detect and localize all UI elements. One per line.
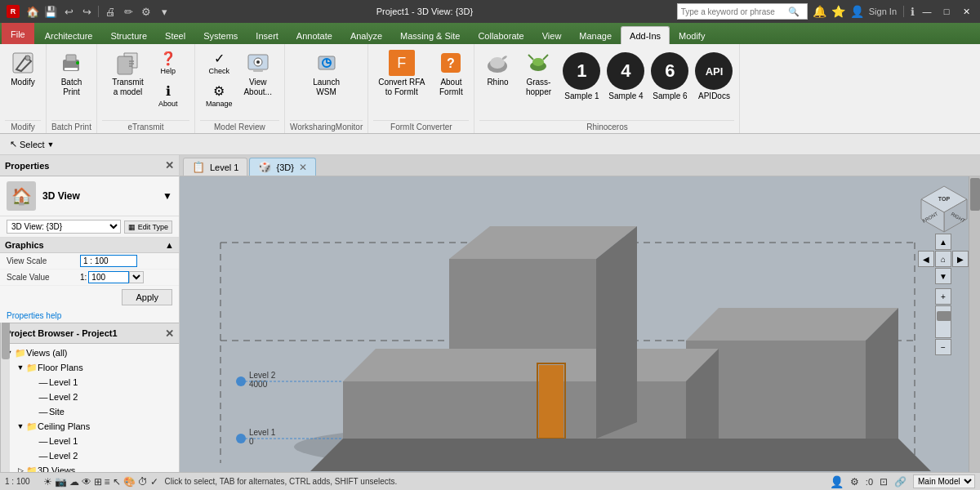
star-icon[interactable]: ⭐	[831, 5, 845, 18]
about-formit-btn[interactable]: ? AboutFormIt	[433, 47, 469, 113]
info-icon[interactable]: ℹ	[911, 6, 915, 18]
nav-home-btn[interactable]: ⌂	[935, 251, 951, 267]
qat-undo[interactable]: ↩	[60, 4, 77, 19]
close-btn[interactable]: ✕	[959, 4, 973, 19]
clock-icon[interactable]: ⏱	[138, 476, 148, 488]
tab-modify[interactable]: Modify	[670, 26, 714, 44]
select-btn[interactable]: ↖ Select ▼	[5, 137, 60, 151]
nav-cube[interactable]: TOP RIGHT FRONT	[920, 185, 969, 234]
tree-level2-cp[interactable]: — Level 2	[0, 448, 179, 463]
floor-plans-expand[interactable]: ▼	[15, 362, 26, 373]
tree-ceiling-plans[interactable]: ▼ 📁 Ceiling Plans	[0, 419, 179, 434]
qat-home[interactable]: 🏠	[24, 4, 41, 19]
tab-level1[interactable]: 📋 Level 1	[183, 158, 247, 176]
tab-3d[interactable]: 🎲 {3D} ✕	[249, 158, 315, 176]
qat-redo[interactable]: ↪	[78, 4, 95, 19]
tree-level1-fp[interactable]: — Level 1	[0, 375, 179, 390]
maximize-btn[interactable]: □	[939, 4, 954, 19]
tree-views-all[interactable]: ▼ 📁 Views (all)	[0, 345, 179, 360]
tree-scrollbar[interactable]	[0, 323, 10, 472]
help-btn[interactable]: ❓ Help	[152, 47, 185, 78]
tree-floor-plans[interactable]: ▼ 📁 Floor Plans	[0, 360, 179, 375]
edit-type-btn[interactable]: ▦ Edit Type	[124, 220, 172, 234]
sample4-btn[interactable]: 4 Sample 4	[605, 51, 646, 103]
qat-save[interactable]: 💾	[42, 4, 59, 19]
cloud-icon[interactable]: ☁	[69, 476, 79, 488]
view-scale-input[interactable]	[80, 255, 137, 267]
apidocs-circle[interactable]: API	[695, 52, 733, 90]
nav-right-btn[interactable]: ▶	[952, 251, 969, 267]
ceiling-plans-expand[interactable]: ▼	[15, 421, 26, 432]
main-model-dropdown[interactable]: Main Model	[913, 474, 975, 488]
rhino-btn[interactable]: Rhino	[479, 47, 515, 113]
3d-views-expand[interactable]: ▷	[15, 465, 26, 472]
transmit-model-btn[interactable]: Transmita model	[107, 47, 149, 113]
nav-zoom-out-btn[interactable]: −	[935, 339, 951, 355]
sun-icon[interactable]: ☀	[43, 476, 52, 488]
select-dropdown-icon[interactable]: ▼	[47, 140, 55, 149]
paint-icon[interactable]: 🎨	[123, 476, 136, 488]
tab-massing[interactable]: Massing & Site	[391, 26, 469, 44]
check-status-icon[interactable]: ✓	[150, 476, 158, 488]
properties-close[interactable]: ✕	[165, 159, 174, 172]
scale-dropdown[interactable]	[129, 271, 144, 283]
qat-settings[interactable]: ⚙	[138, 4, 154, 19]
launch-wsm-btn[interactable]: LaunchWSM	[308, 47, 345, 113]
tab-insert[interactable]: Insert	[247, 26, 287, 44]
grid-icon[interactable]: ⊞	[94, 476, 102, 488]
tree-scroll-thumb[interactable]	[2, 323, 10, 359]
sample6-btn[interactable]: 6 Sample 6	[649, 51, 690, 103]
nav-left-btn[interactable]: ◀	[918, 251, 934, 267]
user-icon[interactable]: 👤	[850, 5, 864, 18]
tab-file[interactable]: File	[2, 23, 34, 44]
apply-btn[interactable]: Apply	[122, 289, 172, 305]
convert-rfa-btn[interactable]: F Convert RFAto FormIt	[373, 47, 430, 113]
viewport-scroll-thumb[interactable]	[970, 178, 980, 211]
viewport-3d[interactable]: Level 2 4000 Level 1 0	[180, 176, 980, 472]
properties-help-link[interactable]: Properties help	[0, 309, 179, 323]
search-dropdown[interactable]: ▾	[800, 7, 804, 16]
sample6-circle[interactable]: 6	[651, 52, 688, 90]
search-box[interactable]: 🔍 ▾	[677, 3, 808, 20]
qat-dropdown[interactable]: ▾	[156, 4, 172, 19]
graphics-section-header[interactable]: Graphics ▲	[0, 238, 179, 253]
zoom-slider-thumb[interactable]	[937, 311, 951, 321]
modify-btn[interactable]: Modify	[5, 47, 41, 113]
camera-icon[interactable]: 📷	[55, 476, 67, 488]
sign-in-label[interactable]: Sign In	[869, 7, 897, 16]
view-type-dropdown[interactable]: ▼	[163, 190, 172, 202]
tab-architecture[interactable]: Architecture	[36, 26, 102, 44]
grasshopper-btn[interactable]: Grass-hopper	[520, 47, 556, 113]
project-browser-close[interactable]: ✕	[165, 327, 174, 340]
tab-steel[interactable]: Steel	[156, 26, 194, 44]
qat-print[interactable]: 🖨	[102, 4, 118, 19]
tab-addins[interactable]: Add-Ins	[621, 26, 670, 44]
search-input[interactable]	[681, 7, 788, 16]
status-key-icon[interactable]: ⚙	[850, 476, 859, 488]
tree-level1-cp[interactable]: — Level 1	[0, 434, 179, 448]
tree-level2-fp[interactable]: — Level 2	[0, 390, 179, 404]
qat-pencil[interactable]: ✏	[120, 4, 136, 19]
tree-site-fp[interactable]: — Site	[0, 404, 179, 419]
view-about-btn[interactable]: ViewAbout...	[238, 47, 276, 113]
minimize-btn[interactable]: —	[920, 4, 934, 19]
sample1-circle[interactable]: 1	[563, 52, 600, 90]
manage-btn[interactable]: ⚙ Manage	[203, 80, 236, 111]
sample1-btn[interactable]: 1 Sample 1	[561, 51, 602, 103]
apidocs-btn[interactable]: API APIDocs	[693, 51, 734, 103]
tab-structure[interactable]: Structure	[101, 26, 156, 44]
nav-up-btn[interactable]: ▲	[935, 234, 951, 250]
viewport-scrollbar[interactable]	[969, 176, 980, 472]
status-model-icon[interactable]: ⊡	[880, 476, 888, 488]
tab-systems[interactable]: Systems	[194, 26, 247, 44]
tab-view[interactable]: View	[533, 26, 571, 44]
scale-value-input[interactable]	[88, 271, 129, 283]
layers-icon[interactable]: ≡	[105, 476, 110, 488]
sample4-circle[interactable]: 4	[607, 52, 644, 90]
3d-tab-close[interactable]: ✕	[299, 162, 307, 173]
nav-down-btn[interactable]: ▼	[935, 268, 951, 284]
status-link-icon[interactable]: 🔗	[894, 476, 906, 488]
batch-print-btn[interactable]: BatchPrint	[53, 47, 89, 113]
tab-manage[interactable]: Manage	[570, 26, 621, 44]
about-btn[interactable]: ℹ About	[152, 80, 185, 111]
